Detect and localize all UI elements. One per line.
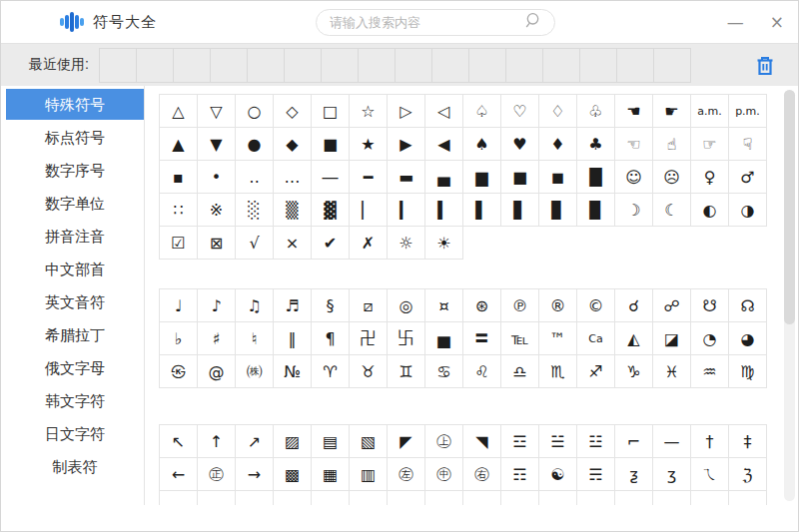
symbol-cell[interactable]: ㊥ (425, 458, 463, 491)
symbol-cell[interactable]: ‖ (274, 322, 312, 355)
recent-slot[interactable] (395, 48, 432, 83)
symbol-cell[interactable] (539, 491, 577, 505)
recent-slot[interactable] (247, 48, 285, 83)
symbol-cell[interactable]: @ (198, 355, 236, 388)
recent-slot[interactable] (173, 48, 211, 83)
symbol-cell[interactable]: ℗ (501, 289, 539, 322)
symbol-cell[interactable]: ♈ (312, 355, 350, 388)
symbol-cell[interactable]: ♬ (274, 289, 312, 322)
symbol-cell[interactable]: ← (160, 458, 198, 491)
symbol-cell[interactable]: ♉ (350, 355, 388, 388)
symbol-cell[interactable]: a.m. (691, 95, 729, 128)
symbol-cell[interactable]: □ (312, 95, 350, 128)
symbol-cell[interactable]: 卍 (350, 322, 388, 355)
symbol-cell[interactable] (501, 491, 539, 505)
symbol-cell[interactable]: § (312, 289, 350, 322)
symbol-cell[interactable]: ℨ (729, 458, 767, 491)
symbol-cell[interactable] (577, 491, 615, 505)
symbol-cell[interactable]: © (577, 289, 615, 322)
symbol-cell[interactable]: ◭ (615, 322, 653, 355)
recent-slot[interactable] (284, 48, 322, 83)
symbol-cell[interactable]: ▤ (312, 425, 350, 458)
symbol-cell[interactable]: ◔ (691, 322, 729, 355)
symbol-cell[interactable]: † (691, 425, 729, 458)
symbol-cell[interactable]: ⊠ (198, 227, 236, 260)
symbol-cell[interactable]: ━ (350, 161, 388, 194)
symbol-cell[interactable]: ▧ (350, 425, 388, 458)
symbol-cell[interactable]: ☼ (388, 227, 425, 260)
sidebar-item[interactable]: 希腊拉丁 (6, 319, 144, 350)
sidebar-item[interactable]: 英文音符 (6, 286, 144, 317)
symbol-cell[interactable]: ◥ (463, 425, 501, 458)
symbol-cell[interactable] (691, 491, 729, 505)
symbol-cell[interactable]: ♮ (236, 322, 274, 355)
symbol-cell[interactable]: ㉿ (160, 355, 198, 388)
symbol-cell[interactable]: p.m. (729, 95, 767, 128)
symbol-cell[interactable]: ◼ (539, 161, 577, 194)
symbol-cell[interactable]: ◁ (425, 95, 463, 128)
symbol-cell[interactable]: ∷ (160, 194, 198, 227)
sidebar-item[interactable]: 中文部首 (6, 254, 144, 284)
symbol-cell[interactable]: ◪ (653, 322, 691, 355)
symbol-cell[interactable]: ▉ (577, 194, 615, 227)
symbol-cell[interactable]: ▩ (274, 458, 312, 491)
sidebar-item[interactable]: 数字序号 (6, 155, 144, 186)
recent-slot[interactable] (431, 48, 469, 83)
symbol-cell[interactable]: ♣ (577, 128, 615, 161)
symbol-cell[interactable]: ☋ (691, 289, 729, 322)
symbol-cell[interactable]: ↗ (236, 425, 274, 458)
symbol-cell[interactable]: ▍ (425, 194, 463, 227)
symbol-cell[interactable]: ♡ (501, 95, 539, 128)
symbol-cell[interactable]: ⧄ (350, 289, 388, 322)
symbol-cell[interactable]: ☀ (425, 227, 463, 260)
symbol-cell[interactable]: ♤ (463, 95, 501, 128)
symbol-cell[interactable] (198, 491, 236, 505)
symbol-cell[interactable]: █ (577, 161, 615, 194)
symbol-cell[interactable]: ☑ (160, 227, 198, 260)
symbol-cell[interactable]: ♏ (539, 355, 577, 388)
symbol-cell[interactable]: ▽ (198, 95, 236, 128)
sidebar-item[interactable]: 标点符号 (6, 122, 144, 153)
symbol-cell[interactable]: ● (236, 128, 274, 161)
symbol-cell[interactable]: ☹ (653, 161, 691, 194)
symbol-cell[interactable]: ▏ (350, 194, 388, 227)
symbol-cell[interactable]: ™ (539, 322, 577, 355)
sidebar-item[interactable]: 拼音注音 (6, 221, 144, 252)
symbol-cell[interactable]: ♑ (615, 355, 653, 388)
symbol-cell[interactable]: ☯ (539, 458, 577, 491)
symbol-cell[interactable]: ◎ (388, 289, 425, 322)
symbol-cell[interactable]: • (198, 161, 236, 194)
symbol-cell[interactable]: ☆ (350, 95, 388, 128)
symbol-cell[interactable]: ▼ (198, 128, 236, 161)
symbol-cell[interactable]: ☴ (577, 458, 615, 491)
symbol-cell[interactable]: ♩ (160, 289, 198, 322)
symbol-cell[interactable]: ▒ (274, 194, 312, 227)
symbol-cell[interactable]: ♢ (539, 95, 577, 128)
symbol-cell[interactable]: ▎ (388, 194, 425, 227)
symbol-cell[interactable]: ☟ (729, 128, 767, 161)
recent-slot[interactable] (99, 48, 137, 83)
symbol-cell[interactable] (312, 491, 350, 505)
symbol-cell[interactable]: ▨ (274, 425, 312, 458)
symbol-cell[interactable] (653, 491, 691, 505)
symbol-cell[interactable]: ☞ (691, 128, 729, 161)
symbol-cell[interactable] (388, 491, 425, 505)
symbol-cell[interactable]: ♒ (691, 355, 729, 388)
symbol-cell[interactable]: ■ (501, 161, 539, 194)
symbol-cell[interactable]: ▪ (160, 161, 198, 194)
symbol-cell[interactable]: ↑ (198, 425, 236, 458)
symbol-cell[interactable]: ◇ (274, 95, 312, 128)
symbol-cell[interactable]: ⊛ (463, 289, 501, 322)
symbol-cell[interactable]: ☍ (653, 289, 691, 322)
symbol-cell[interactable]: ƺ (615, 458, 653, 491)
symbol-cell[interactable]: ☝ (653, 128, 691, 161)
recent-slot[interactable] (210, 48, 248, 83)
symbol-cell[interactable]: ♯ (198, 322, 236, 355)
symbol-cell[interactable]: ㊧ (388, 458, 425, 491)
symbol-cell[interactable]: ♫ (236, 289, 274, 322)
symbol-cell[interactable]: ☾ (653, 194, 691, 227)
symbol-cell[interactable]: ♐ (577, 355, 615, 388)
symbol-cell[interactable]: ㄟ (691, 458, 729, 491)
sidebar-item[interactable]: 俄文字母 (6, 352, 144, 383)
symbol-cell[interactable]: ☊ (729, 289, 767, 322)
